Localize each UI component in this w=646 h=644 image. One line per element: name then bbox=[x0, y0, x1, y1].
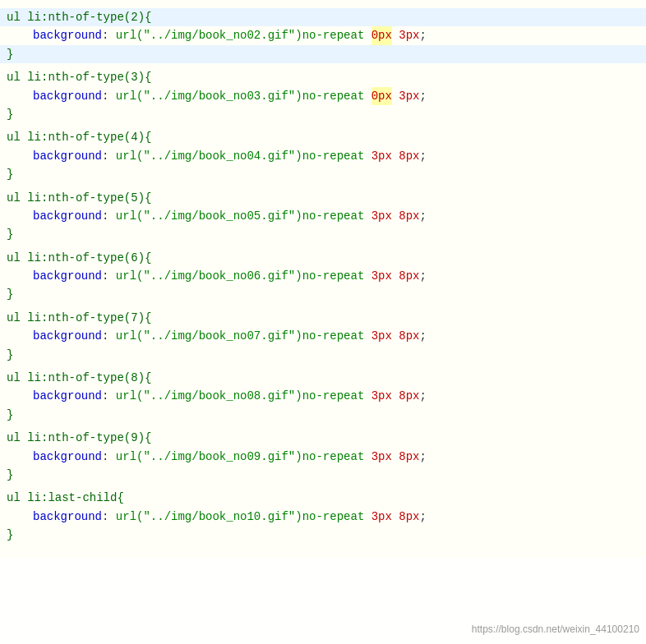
css-value-x: 3px bbox=[371, 508, 392, 526]
semicolon: ; bbox=[420, 327, 427, 345]
indent bbox=[7, 327, 33, 345]
css-value-x: 3px bbox=[371, 387, 392, 405]
closing-brace-line: } bbox=[0, 45, 646, 63]
css-value-y: 8px bbox=[399, 448, 419, 466]
colon: : bbox=[102, 26, 116, 44]
property-line: background: url("../img/book_no02.gif")n… bbox=[0, 26, 646, 44]
css-value-y: 8px bbox=[399, 147, 419, 165]
selector-line: ul li:last-child{ bbox=[0, 489, 646, 507]
selector-text: ul li:nth-of-type(8){ bbox=[7, 369, 151, 387]
property-line: background: url("../img/book_no05.gif")n… bbox=[0, 207, 646, 225]
selector-line: ul li:nth-of-type(5){ bbox=[0, 189, 646, 207]
css-property: background bbox=[33, 87, 102, 105]
semicolon: ; bbox=[420, 147, 427, 165]
css-value-y: 8px bbox=[399, 267, 419, 285]
code-block: ul li:nth-of-type(6){ background: url(".… bbox=[0, 249, 646, 304]
semicolon: ; bbox=[420, 508, 427, 526]
css-value-x: 0px bbox=[371, 87, 392, 105]
closing-brace: } bbox=[7, 346, 13, 364]
colon: : bbox=[102, 147, 116, 165]
css-value-url: url("../img/book_no03.gif")no-repeat bbox=[116, 87, 371, 105]
selector-line: ul li:nth-of-type(8){ bbox=[0, 369, 646, 387]
code-block: ul li:nth-of-type(8){ background: url(".… bbox=[0, 369, 646, 424]
selector-text: ul li:nth-of-type(2){ bbox=[7, 8, 151, 26]
property-line: background: url("../img/book_no06.gif")n… bbox=[0, 267, 646, 285]
css-value-x: 3px bbox=[371, 207, 392, 225]
indent bbox=[7, 508, 33, 526]
space bbox=[392, 87, 399, 105]
code-block: ul li:nth-of-type(3){ background: url(".… bbox=[0, 68, 646, 123]
space bbox=[392, 147, 399, 165]
closing-brace: } bbox=[7, 406, 13, 424]
closing-brace: } bbox=[7, 105, 13, 123]
closing-brace-line: } bbox=[0, 165, 646, 183]
semicolon: ; bbox=[420, 267, 427, 285]
css-value-y: 8px bbox=[399, 207, 419, 225]
css-value-y: 8px bbox=[399, 387, 419, 405]
css-property: background bbox=[33, 147, 102, 165]
css-value-url: url("../img/book_no06.gif")no-repeat bbox=[116, 267, 371, 285]
css-property: background bbox=[33, 508, 102, 526]
css-value-url: url("../img/book_no05.gif")no-repeat bbox=[116, 207, 371, 225]
css-value-url: url("../img/book_no07.gif")no-repeat bbox=[116, 327, 371, 345]
css-property: background bbox=[33, 448, 102, 466]
colon: : bbox=[102, 207, 116, 225]
watermark: https://blog.csdn.net/weixin_44100210 bbox=[472, 622, 639, 637]
code-block: ul li:nth-of-type(5){ background: url(".… bbox=[0, 189, 646, 244]
selector-text: ul li:nth-of-type(5){ bbox=[7, 189, 151, 207]
code-block: ul li:nth-of-type(2){ background: url(".… bbox=[0, 8, 646, 63]
closing-brace-line: } bbox=[0, 225, 646, 243]
closing-brace: } bbox=[7, 225, 13, 243]
css-value-url: url("../img/book_no08.gif")no-repeat bbox=[116, 387, 371, 405]
space bbox=[392, 207, 399, 225]
closing-brace-line: } bbox=[0, 466, 646, 484]
css-value-y: 8px bbox=[399, 508, 419, 526]
colon: : bbox=[102, 448, 116, 466]
css-property: background bbox=[33, 207, 102, 225]
css-value-x: 3px bbox=[371, 327, 392, 345]
selector-text: ul li:last-child{ bbox=[7, 489, 124, 507]
space bbox=[392, 26, 399, 44]
selector-text: ul li:nth-of-type(9){ bbox=[7, 429, 151, 447]
colon: : bbox=[102, 267, 116, 285]
closing-brace-line: } bbox=[0, 105, 646, 123]
indent bbox=[7, 387, 33, 405]
indent bbox=[7, 26, 33, 44]
code-block: ul li:nth-of-type(7){ background: url(".… bbox=[0, 309, 646, 364]
css-value-y: 3px bbox=[399, 87, 419, 105]
code-block: ul li:nth-of-type(4){ background: url(".… bbox=[0, 128, 646, 183]
space bbox=[392, 267, 399, 285]
indent bbox=[7, 267, 33, 285]
css-property: background bbox=[33, 327, 102, 345]
semicolon: ; bbox=[420, 26, 427, 44]
css-value-y: 8px bbox=[399, 327, 419, 345]
css-value-x: 0px bbox=[371, 26, 392, 44]
closing-brace-line: } bbox=[0, 526, 646, 544]
indent bbox=[7, 207, 33, 225]
selector-text: ul li:nth-of-type(6){ bbox=[7, 249, 151, 267]
code-container: ul li:nth-of-type(2){ background: url(".… bbox=[0, 0, 646, 558]
colon: : bbox=[102, 327, 116, 345]
css-value-x: 3px bbox=[371, 267, 392, 285]
closing-brace-line: } bbox=[0, 285, 646, 303]
property-line: background: url("../img/book_no08.gif")n… bbox=[0, 387, 646, 405]
closing-brace: } bbox=[7, 45, 13, 63]
selector-line: ul li:nth-of-type(9){ bbox=[0, 429, 646, 447]
css-value-x: 3px bbox=[371, 147, 392, 165]
selector-text: ul li:nth-of-type(4){ bbox=[7, 128, 151, 146]
css-value-url: url("../img/book_no09.gif")no-repeat bbox=[116, 448, 371, 466]
space bbox=[392, 387, 399, 405]
css-property: background bbox=[33, 26, 102, 44]
semicolon: ; bbox=[420, 448, 427, 466]
selector-line: ul li:nth-of-type(2){ bbox=[0, 8, 646, 26]
selector-line: ul li:nth-of-type(4){ bbox=[0, 128, 646, 146]
space bbox=[392, 508, 399, 526]
space bbox=[392, 448, 399, 466]
property-line: background: url("../img/book_no10.gif")n… bbox=[0, 508, 646, 526]
colon: : bbox=[102, 508, 116, 526]
css-property: background bbox=[33, 267, 102, 285]
selector-line: ul li:nth-of-type(6){ bbox=[0, 249, 646, 267]
indent bbox=[7, 448, 33, 466]
selector-line: ul li:nth-of-type(3){ bbox=[0, 68, 646, 86]
property-line: background: url("../img/book_no03.gif")n… bbox=[0, 87, 646, 105]
